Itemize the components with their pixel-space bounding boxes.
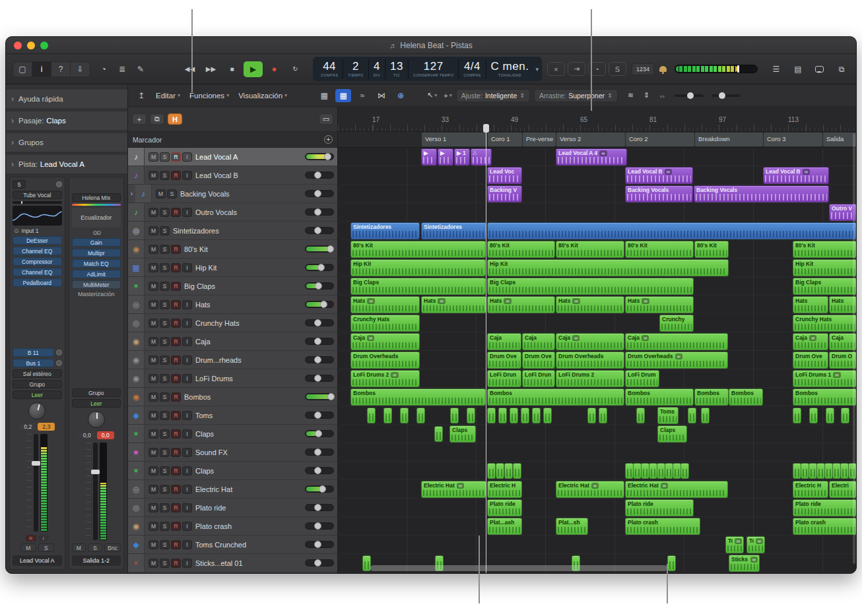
region-clip[interactable]: Plato crash <box>625 518 700 535</box>
region-clip[interactable] <box>504 463 513 479</box>
input-monitor-button[interactable]: I <box>182 485 192 494</box>
solo-button[interactable]: S <box>160 392 170 402</box>
track-volume-slider[interactable] <box>305 153 334 160</box>
region-clip[interactable]: Caja∞ <box>625 333 728 350</box>
record-arm-button[interactable]: R <box>171 485 181 494</box>
track-volume-slider[interactable] <box>305 448 334 456</box>
track-volume-slider[interactable] <box>305 208 334 216</box>
titlebar[interactable]: ♬Helena Beat - Pistas <box>6 37 856 54</box>
track-header[interactable]: ♪MSRILead Vocal B <box>128 166 337 185</box>
send-slot[interactable]: Bus 1 <box>13 359 54 367</box>
arrangement-marker[interactable]: Coro 2 <box>625 133 694 146</box>
input-monitor-button[interactable]: I <box>182 300 192 309</box>
region-clip[interactable] <box>383 408 392 423</box>
region-clip[interactable]: Hats∞ <box>350 296 420 313</box>
solo-button[interactable]: S <box>160 559 170 568</box>
record-arm-button[interactable]: R <box>171 540 181 549</box>
region-clip[interactable]: Plato crash <box>793 518 856 535</box>
input-monitor-button[interactable]: I <box>182 503 192 512</box>
input-monitor-button[interactable]: I <box>182 319 192 328</box>
display-mode-icon[interactable]: ▢ <box>13 62 32 77</box>
region-clip[interactable]: Sticks an∞ <box>729 555 760 572</box>
track-header[interactable]: ◉MSR80's Kit <box>128 240 337 259</box>
input-monitor-button[interactable]: I <box>38 535 49 541</box>
region-clip[interactable]: 80's Kit <box>625 241 694 258</box>
mute-button[interactable]: M <box>149 245 158 254</box>
region-clip[interactable]: Plat...ash <box>487 518 522 535</box>
mute-button[interactable]: M <box>149 540 158 549</box>
menu-editar[interactable]: Editar▾ <box>156 92 180 100</box>
smart-controls-icon[interactable]: ≣ <box>114 63 130 76</box>
region-clip[interactable] <box>496 463 504 479</box>
mute-button[interactable]: M <box>149 559 158 568</box>
arrangement-marker[interactable]: Salida <box>822 133 856 146</box>
input-monitor-button[interactable]: I <box>182 559 192 568</box>
track-header[interactable]: ◎MSRIPlato ride <box>128 499 337 517</box>
disclosure-icon[interactable]: › <box>128 190 135 197</box>
tuner-icon[interactable]: ◔ <box>96 63 112 76</box>
track-volume-slider[interactable] <box>305 559 334 567</box>
plugin-slot[interactable]: AdLimit <box>72 270 121 278</box>
horizontal-zoom-icon[interactable]: ⇔ <box>656 89 669 102</box>
region-clip[interactable]: Plat...sh <box>556 518 588 535</box>
region-clip[interactable] <box>532 408 541 423</box>
mute-button[interactable]: M <box>72 543 86 552</box>
region-clip[interactable] <box>841 408 849 423</box>
region-clip[interactable]: Lead Vocal A 4∞ <box>556 148 627 166</box>
plugin-slot[interactable]: MultiMeter <box>72 280 121 289</box>
record-arm-button[interactable]: R <box>171 152 181 162</box>
menu-funciones[interactable]: Funciones▾ <box>189 92 229 100</box>
input-monitor-button[interactable]: I <box>182 208 192 217</box>
solo-button[interactable]: S <box>160 337 170 346</box>
region-clip[interactable] <box>809 408 818 423</box>
mute-button[interactable]: M <box>149 300 158 309</box>
input-monitor-button[interactable]: I <box>182 374 192 383</box>
region-clip[interactable] <box>599 408 607 423</box>
solo-button[interactable]: S <box>160 429 170 439</box>
region-clip[interactable]: Electric Hat∞ <box>556 481 624 498</box>
mute-button[interactable]: M <box>149 411 158 420</box>
region-clip[interactable]: Outro V <box>829 204 856 221</box>
record-arm-button[interactable]: R <box>26 535 36 541</box>
record-arm-button[interactable]: R <box>171 355 181 365</box>
region-clip[interactable]: Backing V <box>487 185 522 202</box>
snap-dropdown[interactable]: Ajuste:Inteligente⇕ <box>456 89 530 102</box>
region-clip[interactable]: Caja <box>829 333 856 350</box>
record-arm-button[interactable]: R <box>171 411 181 420</box>
list-editors-icon[interactable]: ☰ <box>768 63 784 76</box>
eq-thumbnail[interactable] <box>13 206 62 226</box>
track-header[interactable]: ◆MSRIToms <box>128 406 337 425</box>
region-clip[interactable] <box>487 463 496 479</box>
master-preset-button[interactable]: Helena MIx <box>72 193 121 202</box>
region-clip[interactable]: Drum Overheads <box>556 352 624 369</box>
solo-button[interactable]: S <box>160 226 170 235</box>
rewind-button[interactable]: ◀◀ <box>180 61 199 77</box>
plugin-slot[interactable]: DeEsser <box>13 236 62 245</box>
region-clip[interactable]: LoFi Drums 2 <box>556 370 624 387</box>
waveform-zoom-icon[interactable]: ≋ <box>624 89 638 102</box>
input-monitor-button[interactable]: I <box>182 263 192 272</box>
track-volume-slider[interactable] <box>305 485 334 493</box>
automation-mode-button[interactable]: Leer <box>13 390 62 399</box>
quick-help-icon[interactable]: ? <box>51 62 71 77</box>
hide-tracks-button[interactable]: H <box>168 113 182 125</box>
pointer-tool-selector[interactable]: ↖▾ <box>427 91 437 100</box>
drag-dropdown[interactable]: Arrastre:Superponer⇕ <box>534 89 618 102</box>
lcd-segment[interactable]: 4/4COMPÁS <box>459 59 486 79</box>
region-clip[interactable]: 80's Kit <box>694 241 729 258</box>
gain-knob-icon[interactable] <box>56 181 62 187</box>
record-arm-button[interactable]: R <box>171 448 181 457</box>
mute-button[interactable]: M <box>149 337 158 346</box>
horizontal-zoom-slider[interactable] <box>712 94 741 97</box>
metronome-bell-icon[interactable] <box>659 66 667 72</box>
track-volume-slider[interactable] <box>305 264 334 271</box>
mute-button[interactable]: M <box>149 392 158 402</box>
output-slot[interactable]: Sal estéreo <box>13 369 62 378</box>
input-monitor-button[interactable]: I <box>182 355 192 365</box>
region-clip[interactable] <box>450 408 459 423</box>
region-clip[interactable]: Big Claps <box>350 278 486 295</box>
region-clip[interactable]: Crunchy Hats <box>350 315 420 332</box>
solo-button[interactable]: S <box>160 466 170 476</box>
browsers-icon[interactable]: ⧉ <box>834 63 849 76</box>
plugin-slot[interactable]: Channel EQ <box>13 247 62 255</box>
